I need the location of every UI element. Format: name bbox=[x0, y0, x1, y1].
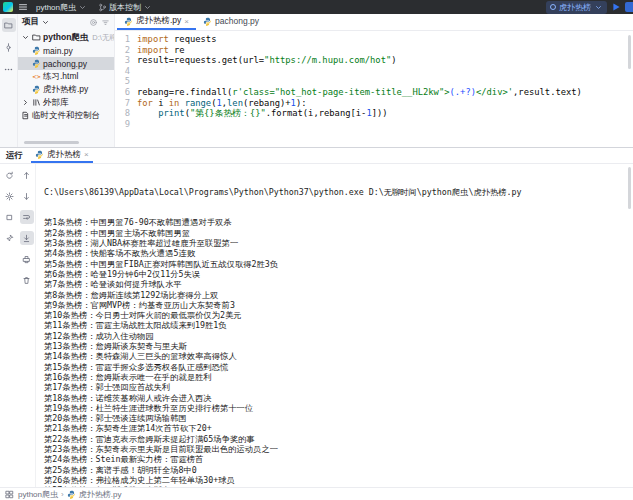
code-text: import requests bbox=[137, 34, 216, 45]
console-line: 第4条热榜：快船客场不敌热火遭遇5连败 bbox=[44, 248, 633, 258]
status-bar: python爬虫 › 虎扑热榜.py bbox=[0, 488, 633, 500]
horizontal-scrollbar[interactable] bbox=[24, 141, 79, 144]
console-line: 第8条热榜：詹姆斯连续第1292场比赛得分上双 bbox=[44, 290, 633, 300]
debug-button[interactable] bbox=[625, 2, 633, 12]
rerun-button[interactable] bbox=[2, 168, 16, 182]
editor-scrollbar[interactable] bbox=[628, 35, 631, 69]
run-tab[interactable]: 虎扑热榜 × bbox=[31, 148, 93, 163]
arrow-down-icon bbox=[22, 192, 31, 201]
commit-icon bbox=[4, 43, 13, 52]
trash-button[interactable] bbox=[20, 273, 34, 287]
console-line: 第10条热榜：今日勇士对阵火箭的最低票价仅为2美元 bbox=[44, 310, 633, 320]
code-text: print("第{}条热榜：{}".format(i,rebang[i-1])) bbox=[137, 108, 388, 119]
console-line: 第11条热榜：雷霆主场战胜太阳战绩来到19胜1负 bbox=[44, 320, 633, 330]
tree-item-外部库[interactable]: 外部库 bbox=[18, 96, 114, 109]
console-line: 第2条热榜：中国男篮主场不敌韩国男篮 bbox=[44, 228, 633, 238]
console-line: 第19条热榜：杜兰特生涯进球数升至历史排行榜第十一位 bbox=[44, 403, 633, 413]
console-line: 第1条热榜：中国男篮76-90不敌韩国遭遇对手双杀 bbox=[44, 217, 633, 227]
line-number: 7 bbox=[115, 98, 137, 109]
more-tool-button[interactable] bbox=[2, 62, 16, 76]
console-line: 第13条热榜：詹姆斯谈东契奇与里夫斯 bbox=[44, 341, 633, 351]
line-number: 1 bbox=[115, 34, 137, 45]
run-config-label: 虎扑热榜 bbox=[559, 2, 591, 13]
branch-icon bbox=[98, 3, 107, 12]
arrow-down-button[interactable] bbox=[20, 189, 34, 203]
locate-icon[interactable] bbox=[89, 18, 98, 27]
project-tree: python爬虫D:\无聊时间\pmain.pypachong.py<>练习.h… bbox=[18, 30, 114, 122]
run-toolbar-primary bbox=[0, 164, 18, 487]
editor-tab-pachong.py[interactable]: pachong.py bbox=[196, 14, 266, 30]
run-config-icon bbox=[550, 4, 556, 10]
gear-button[interactable] bbox=[2, 189, 16, 203]
console-scrollbar[interactable] bbox=[628, 167, 631, 209]
folder-icon bbox=[32, 33, 41, 42]
collapse-all-icon[interactable] bbox=[101, 18, 110, 27]
line-number: 8 bbox=[115, 108, 137, 119]
project-tool-window: 项目 python爬虫D:\无聊时间\pmain.pypachong.py<>练… bbox=[18, 14, 115, 147]
pycharm-window: python爬虫 版本控制 虎扑热榜 项目 bbox=[0, 0, 633, 500]
folder-tool-button[interactable] bbox=[2, 18, 16, 32]
breadcrumb: python爬虫 › 虎扑热榜.py bbox=[18, 489, 121, 500]
tree-item-python爬虫[interactable]: python爬虫D:\无聊时间\p bbox=[18, 31, 114, 44]
console-line: 第14条热榜：奥特森湖人三巨头的篮球效率高得惊人 bbox=[44, 351, 633, 361]
line-number: 9 bbox=[115, 119, 137, 130]
chevron-down-icon bbox=[594, 3, 603, 12]
console-command-line: C:\Users\86139\AppData\Local\Programs\Py… bbox=[44, 187, 633, 197]
code-text: for i in range(1,len(rebang)+1): bbox=[137, 98, 307, 109]
editor-tab-bar: 虎扑热榜.py×pachong.py bbox=[115, 14, 633, 31]
editor-area: 虎扑热榜.py×pachong.py 1import requests2impo… bbox=[115, 14, 633, 147]
tree-item-练习.html[interactable]: <>练习.html bbox=[18, 70, 114, 83]
pycharm-logo-icon bbox=[3, 2, 13, 12]
code-line: 8 print("第{}条热榜：{}".format(i,rebang[i-1]… bbox=[115, 108, 633, 119]
layout-windows-icon[interactable] bbox=[5, 490, 14, 499]
project-selector[interactable]: python爬虫 bbox=[33, 1, 90, 14]
close-icon[interactable]: × bbox=[84, 150, 89, 159]
console-line: 第21条热榜：东契奇生涯第14次首节砍下20+ bbox=[44, 423, 633, 433]
run-button[interactable] bbox=[611, 2, 621, 12]
pin-button[interactable] bbox=[2, 231, 16, 245]
commit-tool-button[interactable] bbox=[2, 40, 16, 54]
tree-item-临时文件和控制台[interactable]: 临时文件和控制台 bbox=[18, 109, 114, 122]
code-editor[interactable]: 1import requests2import re3result=reques… bbox=[115, 31, 633, 147]
editor-tab-label: 虎扑热榜.py bbox=[136, 15, 181, 27]
soft-wrap-button[interactable] bbox=[20, 210, 34, 224]
html-icon: <> bbox=[32, 72, 41, 81]
vcs-widget[interactable]: 版本控制 bbox=[95, 1, 155, 14]
breadcrumb-project[interactable]: python爬虫 bbox=[18, 489, 58, 500]
tree-item-label: 临时文件和控制台 bbox=[32, 110, 100, 122]
breadcrumb-file[interactable]: 虎扑热榜.py bbox=[79, 489, 122, 500]
console-line: 第26条热榜：弗拉格成为史上第二年轻单场30+球员 bbox=[44, 475, 633, 485]
project-name: python爬虫 bbox=[36, 2, 76, 13]
project-panel-header[interactable]: 项目 bbox=[18, 14, 114, 30]
line-number: 6 bbox=[115, 87, 137, 98]
stop-button[interactable] bbox=[2, 210, 16, 224]
scratch-icon bbox=[21, 111, 30, 120]
console-line: 第17条热榜：郭士强回应首战失利 bbox=[44, 382, 633, 392]
scroll-end-button[interactable] bbox=[20, 231, 34, 245]
python-icon bbox=[32, 59, 41, 68]
editor-tab-虎扑热榜.py[interactable]: 虎扑热榜.py× bbox=[117, 14, 196, 30]
python-icon bbox=[124, 17, 133, 26]
run-console[interactable]: C:\Users\86139\AppData\Local\Programs\Py… bbox=[36, 164, 633, 487]
hamburger-menu-icon[interactable] bbox=[18, 2, 28, 12]
arrow-up-button[interactable] bbox=[20, 168, 34, 182]
code-line: 3result=requests.get(url="https://m.hupu… bbox=[115, 55, 633, 66]
print-button[interactable] bbox=[20, 252, 34, 266]
tree-item-path: D:\无聊时间\p bbox=[92, 33, 114, 43]
chevron-down-icon bbox=[78, 3, 87, 12]
scroll-end-icon bbox=[22, 234, 31, 243]
close-icon[interactable]: × bbox=[184, 17, 189, 26]
line-number: 4 bbox=[115, 66, 137, 77]
tree-item-虎扑热榜.py[interactable]: 虎扑热榜.py bbox=[18, 83, 114, 96]
stop-icon bbox=[5, 213, 14, 222]
console-line: 第16条热榜：詹姆斯表示唯一在乎的就是胜利 bbox=[44, 372, 633, 382]
console-line: 第25条热榜：离谱手感！胡明轩全场8中0 bbox=[44, 465, 633, 475]
run-toolbar-secondary bbox=[18, 164, 36, 487]
arrow-up-icon bbox=[22, 171, 31, 180]
code-line: 9 bbox=[115, 119, 633, 130]
tree-item-label: main.py bbox=[43, 46, 73, 56]
console-line: 第18条热榜：诺维茨基称湖人或许会进入西决 bbox=[44, 393, 633, 403]
tree-item-main.py[interactable]: main.py bbox=[18, 44, 114, 57]
tree-item-pachong.py[interactable]: pachong.py bbox=[18, 57, 114, 70]
run-config-selector[interactable]: 虎扑热榜 bbox=[546, 1, 607, 14]
